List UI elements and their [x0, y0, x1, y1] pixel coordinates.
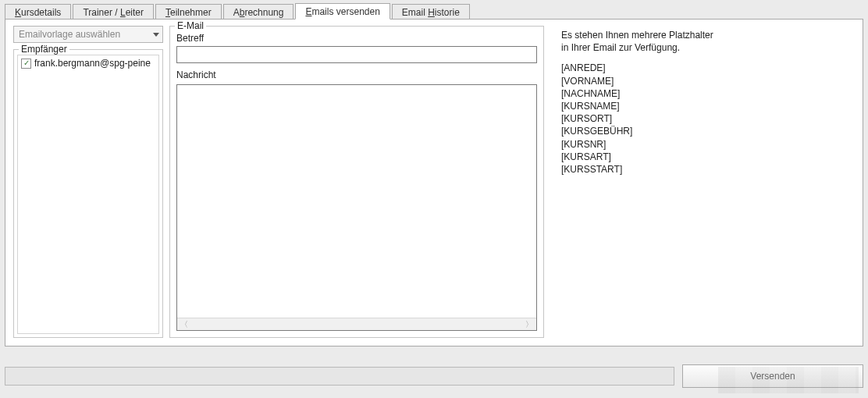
recipients-fieldset: Empfänger ✓ frank.bergmann@spg-peine	[13, 49, 163, 338]
message-wrap: 〈 〉	[176, 84, 537, 331]
template-dropdown-placeholder: Emailvorlage auswählen	[19, 29, 120, 40]
tab-emails-versenden[interactable]: Emails versenden	[295, 3, 390, 20]
placeholder-token: [KURSNAME]	[561, 100, 850, 112]
template-dropdown[interactable]: Emailvorlage auswählen	[13, 26, 163, 43]
placeholder-token: [KURSORT]	[561, 112, 850, 125]
chevron-down-icon	[153, 33, 159, 37]
email-legend: E-Mail	[175, 20, 206, 31]
tab-panel: Emailvorlage auswählen Empfänger ✓ frank…	[5, 19, 863, 346]
recipients-legend: Empfänger	[19, 44, 69, 55]
help-intro: Es stehen Ihnen mehrere Platzhalter in I…	[561, 29, 850, 54]
message-textarea[interactable]	[177, 85, 536, 318]
placeholder-list: [ANREDE] [VORNAME] [NACHNAME] [KURSNAME]…	[561, 62, 850, 176]
progress-bar	[5, 367, 674, 386]
tab-trainer-leiter[interactable]: Trainer / Leiter	[73, 4, 154, 20]
email-fieldset: E-Mail Betreff Nachricht 〈 〉	[169, 26, 544, 338]
tab-teilnehmer[interactable]: Teilnehmer	[155, 4, 222, 20]
tab-email-historie[interactable]: Email Historie	[392, 4, 470, 20]
tab-abrechnung[interactable]: Abrechnung	[223, 4, 294, 20]
placeholder-token: [KURSART]	[561, 151, 850, 163]
subject-input[interactable]	[176, 46, 537, 63]
left-column: Emailvorlage auswählen Empfänger ✓ frank…	[13, 26, 163, 338]
placeholder-token: [KURSSTART]	[561, 163, 850, 176]
placeholder-token: [KURSGEBÜHR]	[561, 125, 850, 137]
tab-bar: Kursdetails Trainer / Leiter Teilnehmer …	[0, 0, 868, 19]
recipients-list[interactable]: ✓ frank.bergmann@spg-peine	[17, 55, 159, 334]
placeholder-token: [ANREDE]	[561, 62, 850, 74]
placeholder-help: Es stehen Ihnen mehrere Platzhalter in I…	[550, 26, 855, 338]
message-label: Nachricht	[176, 69, 537, 80]
placeholder-token: [NACHNAME]	[561, 87, 850, 100]
recipient-checkbox[interactable]: ✓	[21, 59, 31, 69]
placeholder-token: [KURSNR]	[561, 138, 850, 151]
recipient-email: frank.bergmann@spg-peine	[34, 58, 151, 69]
send-button[interactable]: Versenden	[682, 364, 863, 388]
placeholder-token: [VORNAME]	[561, 75, 850, 87]
bottom-bar: Versenden	[5, 359, 863, 393]
chevron-right-icon: 〉	[525, 319, 533, 330]
tab-kursdetails[interactable]: Kursdetails	[5, 4, 71, 20]
h-scrollbar[interactable]: 〈 〉	[177, 318, 536, 330]
subject-label: Betreff	[176, 33, 537, 44]
list-item[interactable]: ✓ frank.bergmann@spg-peine	[20, 57, 157, 69]
email-column: E-Mail Betreff Nachricht 〈 〉	[169, 26, 544, 338]
chevron-left-icon: 〈	[180, 319, 188, 330]
